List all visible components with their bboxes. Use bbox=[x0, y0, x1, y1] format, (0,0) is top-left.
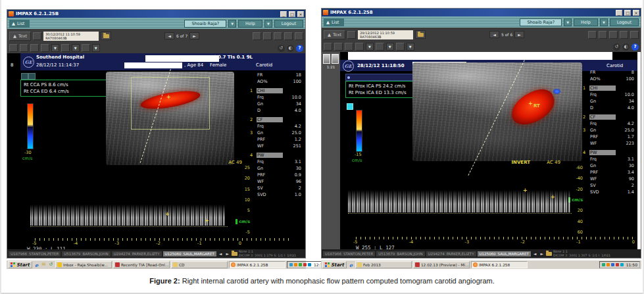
previous-image-button[interactable]: ◄ bbox=[489, 31, 499, 38]
patient-tab[interactable]: U513679BARSON,JOHN bbox=[376, 251, 424, 257]
help-button[interactable]: Help bbox=[238, 20, 262, 28]
taskbar-task[interactable]: Inbox - Raja.Shoaib(w... bbox=[55, 261, 112, 268]
tool-dropdown[interactable]: ▼ bbox=[92, 44, 100, 52]
taskbar-task[interactable]: IMPAX 6.2.1.25B bbox=[229, 261, 285, 268]
patient-tab[interactable]: U294274PARKER,ELIZTY bbox=[426, 251, 476, 257]
maximize-button[interactable]: □ bbox=[624, 10, 631, 16]
annotation-move-icon[interactable] bbox=[28, 73, 36, 80]
window-level-tool-button[interactable] bbox=[295, 32, 303, 40]
contrast-icon[interactable]: ◐ bbox=[622, 43, 630, 51]
start-button[interactable]: Start bbox=[322, 261, 347, 268]
tray-icon[interactable] bbox=[294, 263, 297, 266]
text-tool-button[interactable]: ▲Text bbox=[324, 30, 345, 39]
annotation-lock-icon[interactable] bbox=[21, 73, 28, 80]
patient-tab[interactable]: U187966STANTON,PETER bbox=[9, 251, 61, 257]
open-folder-button[interactable] bbox=[415, 30, 426, 39]
rotate-icon[interactable]: ↺ bbox=[278, 45, 285, 52]
next-patient-button[interactable]: ► bbox=[224, 251, 230, 256]
taskbar-task[interactable]: Feb 2013 bbox=[355, 261, 412, 268]
wrench-tool-button[interactable] bbox=[376, 43, 384, 51]
contrast-icon[interactable]: ◐ bbox=[287, 45, 294, 52]
help-button[interactable]: Help bbox=[574, 18, 598, 26]
open-folder-button[interactable] bbox=[101, 32, 111, 40]
help-dropdown[interactable]: ▼ bbox=[264, 20, 272, 28]
ie-icon[interactable]: e bbox=[34, 262, 39, 268]
wrench-tool-button[interactable] bbox=[61, 44, 70, 52]
crosshair-tool-button[interactable] bbox=[355, 43, 364, 51]
logout-button[interactable]: Logout bbox=[274, 20, 303, 28]
taskbar-task[interactable]: 12.02.13 (Preview) - Mi... bbox=[413, 261, 470, 268]
magnify-tool-button[interactable] bbox=[620, 31, 628, 39]
taskbar-task[interactable]: IMPAX 6.2.1.258 bbox=[471, 261, 528, 268]
crosshair-tool-button[interactable] bbox=[41, 44, 49, 52]
study-date-field[interactable]: 29/12/2012 11:10:59RA7080463B bbox=[358, 30, 413, 39]
user-button[interactable]: Shoaib Raja? bbox=[184, 20, 226, 28]
user-button[interactable]: Shoaib Raja? bbox=[520, 18, 562, 26]
study-date-field[interactable]: 30/12/2012 11:10:59RA7080463B bbox=[43, 32, 99, 41]
pan-tool-button[interactable] bbox=[609, 31, 618, 39]
tool-dropdown[interactable]: ▼ bbox=[72, 44, 80, 52]
series-thumbnail[interactable] bbox=[332, 54, 339, 64]
patient-tab[interactable]: U187966STANTON,PETER bbox=[323, 251, 375, 257]
next-image-button[interactable]: ► bbox=[514, 31, 524, 38]
page-tool-button[interactable] bbox=[82, 44, 90, 52]
tool-dropdown[interactable]: ▼ bbox=[366, 43, 374, 51]
list-tab[interactable]: ▲List bbox=[9, 20, 30, 28]
title-bar[interactable]: IMPAX 6.2.1.25B _ □ × bbox=[7, 10, 305, 18]
patient-tab[interactable]: U125060SAUL,MARGARET bbox=[478, 251, 531, 257]
magnify-tool-button[interactable] bbox=[284, 32, 293, 40]
tool-dropdown[interactable]: ▼ bbox=[386, 43, 394, 51]
series-thumbnail[interactable] bbox=[323, 54, 330, 64]
folder-icon[interactable] bbox=[232, 252, 237, 256]
previous-patient-button[interactable]: ◄ bbox=[218, 251, 224, 256]
window-level-tool-button[interactable] bbox=[630, 31, 639, 39]
minimize-button[interactable]: _ bbox=[616, 10, 622, 16]
marker-tool-button[interactable] bbox=[30, 44, 39, 52]
marker-tool-button[interactable] bbox=[345, 43, 353, 51]
maximize-button[interactable]: □ bbox=[289, 11, 295, 17]
tray-icon[interactable] bbox=[620, 263, 624, 266]
outlook-icon[interactable]: ✉ bbox=[41, 262, 47, 268]
patient-tab[interactable]: U513679BARSON,JOHN bbox=[62, 251, 110, 257]
home-tool-button[interactable] bbox=[334, 43, 343, 51]
next-patient-button[interactable]: ► bbox=[539, 251, 545, 256]
patient-tab[interactable]: U125060SAUL,MARGARET bbox=[163, 251, 216, 257]
tray-icon[interactable] bbox=[289, 263, 293, 266]
ie-icon[interactable]: e bbox=[348, 262, 354, 268]
previous-image-button[interactable]: ◄ bbox=[164, 32, 174, 39]
start-button[interactable]: Start bbox=[8, 261, 32, 268]
tray-icon[interactable] bbox=[299, 263, 302, 266]
tool-dropdown[interactable]: ▼ bbox=[51, 44, 59, 52]
tool-dropdown[interactable]: ▼ bbox=[407, 43, 414, 51]
tray-icon[interactable] bbox=[616, 263, 619, 266]
user-dropdown[interactable]: ▼ bbox=[228, 20, 236, 28]
pointer-tool-button[interactable] bbox=[324, 43, 332, 51]
help-target-icon[interactable]: ? bbox=[296, 45, 303, 52]
help-target-icon[interactable]: ? bbox=[632, 43, 639, 51]
refresh-icon[interactable]: ↺ bbox=[48, 262, 54, 268]
tray-icon[interactable] bbox=[611, 263, 614, 266]
close-button[interactable]: × bbox=[633, 10, 639, 16]
tray-icon[interactable] bbox=[602, 263, 605, 266]
rotate-icon[interactable]: ↺ bbox=[613, 43, 620, 51]
tray-icon[interactable] bbox=[607, 263, 610, 266]
folder-icon[interactable] bbox=[546, 252, 552, 256]
patient-tab[interactable]: U294274PARKER,ELIZTY bbox=[112, 251, 162, 257]
next-image-button[interactable]: ► bbox=[189, 32, 199, 39]
pan-tool-button[interactable] bbox=[274, 32, 282, 40]
list-tab[interactable]: ▲List bbox=[324, 18, 344, 26]
tray-icon[interactable] bbox=[303, 263, 307, 266]
minimize-button[interactable]: _ bbox=[280, 11, 287, 17]
pointer-tool-button[interactable] bbox=[9, 44, 18, 52]
previous-patient-button[interactable]: ◄ bbox=[532, 251, 538, 256]
user-dropdown[interactable]: ▼ bbox=[564, 18, 572, 26]
help-dropdown[interactable]: ▼ bbox=[600, 18, 608, 26]
logout-button[interactable]: Logout bbox=[610, 18, 639, 26]
layout-tool-button[interactable] bbox=[253, 32, 261, 40]
title-bar[interactable]: IMPAX 6.2.1.258 _ □ × bbox=[322, 9, 641, 16]
home-tool-button[interactable] bbox=[20, 44, 28, 52]
zoom-tool-button[interactable] bbox=[263, 32, 272, 40]
taskbar-task[interactable]: Recently TIA [Read-Onl... bbox=[113, 261, 170, 268]
taskbar-task[interactable]: CD bbox=[171, 261, 228, 268]
close-button[interactable]: × bbox=[297, 11, 304, 17]
